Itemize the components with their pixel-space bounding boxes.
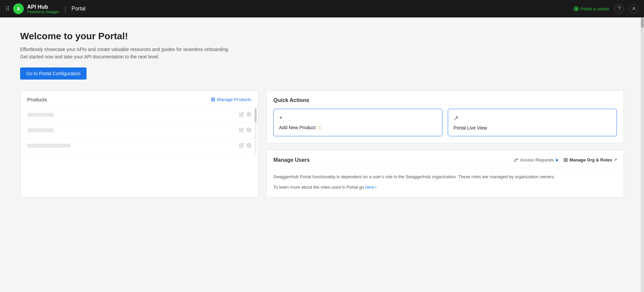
welcome-title: Welcome to your Portal! <box>20 31 624 42</box>
svg-point-4 <box>248 129 250 131</box>
status-dot <box>574 6 579 11</box>
app-header: ⠿ A API Hub Powered by Swagger | Portal … <box>0 0 644 17</box>
external-link-icon: ↗ <box>453 114 611 122</box>
settings-icon[interactable] <box>247 143 251 149</box>
brand-subtitle: Powered by Swagger <box>27 10 59 14</box>
svg-rect-8 <box>564 160 565 162</box>
add-product-card[interactable]: + Add New Product ⚠ <box>273 109 442 136</box>
header-divider: | <box>64 5 66 13</box>
header-right: Portal is online ? <box>574 4 639 13</box>
brand-name-block: API Hub Powered by Swagger <box>27 4 59 13</box>
svg-point-1 <box>633 7 635 9</box>
edit-icon[interactable] <box>239 112 244 118</box>
help-icon[interactable]: ? <box>614 4 624 13</box>
portal-config-button[interactable]: Go to Portal Configuration <box>20 67 87 80</box>
quick-actions-title: Quick Actions <box>273 97 617 103</box>
products-panel-title: Products <box>27 97 47 102</box>
settings-icon[interactable] <box>247 128 251 133</box>
edit-icon[interactable] <box>239 143 244 149</box>
products-list <box>20 107 258 154</box>
svg-point-5 <box>248 145 250 146</box>
portal-live-label: Portal Live View <box>453 125 611 131</box>
svg-rect-9 <box>566 160 567 162</box>
content-columns: Products Manage Products <box>20 90 624 198</box>
product-placeholder <box>27 128 54 132</box>
action-cards-container: + Add New Product ⚠ ↗ Portal Live View <box>273 109 617 136</box>
svg-rect-6 <box>564 158 565 160</box>
quick-actions-section: Quick Actions + Add New Product ⚠ ↗ <box>266 90 624 143</box>
product-placeholder <box>27 113 54 117</box>
product-item <box>20 107 258 123</box>
welcome-description: Effortlessly showcase your APIs and crea… <box>20 46 624 61</box>
edit-icon[interactable] <box>239 128 244 133</box>
logo-avatar: A <box>13 3 24 14</box>
settings-icon[interactable] <box>247 112 251 118</box>
grid-menu-icon[interactable]: ⠿ <box>5 5 10 12</box>
scrollbar-thumb[interactable] <box>641 18 644 28</box>
manage-users-info: SwaggerHub Portal functionality is depen… <box>273 174 617 191</box>
scrollbar-track[interactable] <box>641 17 644 292</box>
access-requests-link[interactable]: Access Requests ◆ <box>514 157 558 162</box>
svg-rect-2 <box>212 98 215 101</box>
portal-live-view-card[interactable]: ↗ Portal Live View <box>448 109 617 136</box>
list-scroll-indicator[interactable] <box>255 107 257 154</box>
svg-point-0 <box>575 8 577 10</box>
list-scroll-thumb[interactable] <box>255 109 257 122</box>
manage-users-section: Manage Users Access Requests ◆ Manage Or… <box>266 150 624 198</box>
brand-title: API Hub <box>27 4 59 10</box>
products-panel-header: Products Manage Products <box>20 91 258 107</box>
user-account-icon[interactable] <box>629 4 639 13</box>
manage-org-roles-link[interactable]: Manage Org & Roles ↗ <box>564 157 617 162</box>
main-content: Welcome to your Portal! Effortlessly sho… <box>0 17 644 292</box>
product-placeholder <box>27 144 71 148</box>
portal-status-text: Portal is online <box>581 6 609 11</box>
key-icon <box>514 158 518 162</box>
learn-more-link[interactable]: here↗ <box>365 185 377 190</box>
product-actions <box>239 128 251 133</box>
manage-users-actions: Access Requests ◆ Manage Org & Roles ↗ <box>514 157 617 162</box>
welcome-section: Welcome to your Portal! Effortlessly sho… <box>20 31 624 80</box>
add-product-label: Add New Product ⚠ <box>279 125 437 130</box>
portal-status-indicator[interactable]: Portal is online <box>574 6 609 11</box>
external-link-small-icon: ↗ <box>614 158 617 162</box>
product-item <box>20 123 258 138</box>
add-icon: + <box>279 114 437 121</box>
svg-point-3 <box>248 114 250 115</box>
header-left: ⠿ A API Hub Powered by Swagger | Portal <box>5 3 86 14</box>
manage-users-title: Manage Users <box>273 157 310 163</box>
product-item <box>20 138 258 154</box>
grid-icon <box>564 158 568 162</box>
product-actions <box>239 112 251 118</box>
products-panel: Products Manage Products <box>20 90 258 198</box>
right-panel: Quick Actions + Add New Product ⚠ ↗ <box>266 90 624 198</box>
table-icon <box>211 97 215 102</box>
svg-rect-7 <box>566 158 567 160</box>
warning-icon: ⚠ <box>318 125 322 130</box>
manage-users-header: Manage Users Access Requests ◆ Manage Or… <box>273 157 617 168</box>
portal-label: Portal <box>71 6 86 12</box>
diamond-badge: ◆ <box>555 158 558 162</box>
logo-letter: A <box>17 6 20 11</box>
manage-products-link[interactable]: Manage Products <box>211 97 251 102</box>
product-actions <box>239 143 251 149</box>
